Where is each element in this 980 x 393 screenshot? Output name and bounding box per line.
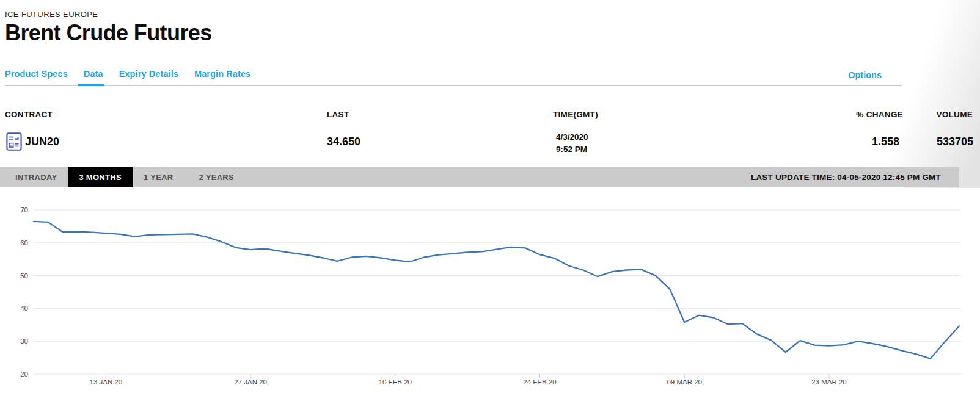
range-button-3-months[interactable]: 3 MONTHS xyxy=(68,167,133,187)
column-header-last: LAST xyxy=(327,110,349,119)
y-axis-label: 50 xyxy=(20,272,28,279)
last-update-time: LAST UPDATE TIME: 04-05-2020 12:45 PM GM… xyxy=(751,173,941,182)
pct-change-value: 1.558 xyxy=(809,135,899,148)
chart-range-bar: INTRADAY 3 MONTHS 1 YEAR 2 YEARS LAST UP… xyxy=(0,167,959,187)
x-axis-label: 13 JAN 20 xyxy=(90,378,123,386)
options-link[interactable]: Options xyxy=(848,70,882,80)
exchange-name: ICE FUTURES EUROPE xyxy=(5,10,98,19)
last-price-value: 34.650 xyxy=(327,135,360,148)
tab-bar: Product Specs Data Expiry Details Margin… xyxy=(5,69,250,79)
tab-margin-rates[interactable]: Margin Rates xyxy=(194,69,250,79)
volume-value: 533705 xyxy=(892,135,973,148)
y-axis-label: 20 xyxy=(20,370,28,378)
price-chart[interactable]: 70605040302013 JAN 2027 JAN 2010 FEB 202… xyxy=(0,194,980,393)
x-axis-label: 09 MAR 20 xyxy=(667,378,702,386)
page-edge-shade xyxy=(888,0,980,188)
price-chart-svg: 70605040302013 JAN 2027 JAN 2010 FEB 202… xyxy=(0,194,980,393)
x-axis-label: 24 FEB 20 xyxy=(523,378,556,386)
trade-clock: 9:52 PM xyxy=(556,143,588,156)
y-axis-label: 70 xyxy=(20,206,28,214)
y-axis-label: 60 xyxy=(20,239,28,247)
trade-time-value: 4/3/2020 9:52 PM xyxy=(556,131,588,156)
contract-name: JUN20 xyxy=(25,135,59,148)
contract-report-icon xyxy=(6,132,22,151)
tab-divider xyxy=(5,85,902,86)
y-axis-label: 30 xyxy=(20,337,28,345)
x-axis-label: 27 JAN 20 xyxy=(234,378,267,386)
active-tab-underline xyxy=(78,84,104,86)
trade-date: 4/3/2020 xyxy=(556,131,588,143)
page-title: Brent Crude Futures xyxy=(5,20,212,46)
range-button-1-year[interactable]: 1 YEAR xyxy=(144,173,174,182)
column-header-time: TIME(GMT) xyxy=(553,110,598,119)
tab-expiry-details[interactable]: Expiry Details xyxy=(119,69,178,79)
range-button-2-years[interactable]: 2 YEARS xyxy=(199,173,234,182)
tab-product-specs[interactable]: Product Specs xyxy=(5,69,68,79)
x-axis-label: 10 FEB 20 xyxy=(379,378,412,386)
tab-data[interactable]: Data xyxy=(84,69,103,79)
x-axis-label: 23 MAR 20 xyxy=(811,378,847,386)
contract-link[interactable]: JUN20 xyxy=(6,132,59,151)
column-header-pct-change: % CHANGE xyxy=(813,110,903,119)
column-header-volume: VOLUME xyxy=(892,110,973,119)
column-header-contract: CONTRACT xyxy=(5,110,53,119)
range-button-intraday[interactable]: INTRADAY xyxy=(15,173,57,182)
price-line xyxy=(34,222,959,359)
y-axis-label: 40 xyxy=(20,305,28,312)
